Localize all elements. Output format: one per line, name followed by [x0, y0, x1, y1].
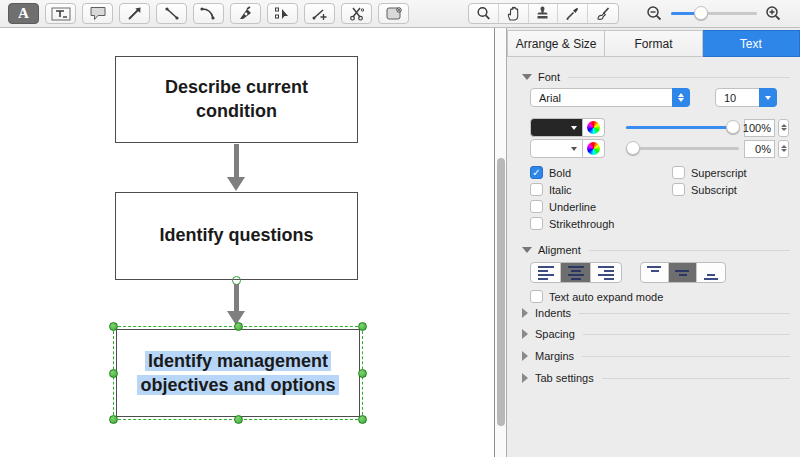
- resize-handle-bottom-right[interactable]: [358, 415, 367, 424]
- text-opacity-field[interactable]: 100%: [744, 119, 775, 137]
- flowchart-box-1[interactable]: Describe current condition: [115, 56, 358, 143]
- scrollbar-thumb[interactable]: [497, 158, 505, 426]
- add-point-tool-button[interactable]: [304, 3, 335, 24]
- arrow-icon: [127, 6, 143, 21]
- text-color-well[interactable]: [530, 118, 583, 137]
- edit-points-tool-button[interactable]: [267, 3, 298, 24]
- align-center-button[interactable]: [561, 263, 591, 282]
- box3-text-line2-highlighted: objectives and options: [137, 375, 338, 395]
- text-opacity-stepper[interactable]: [778, 119, 789, 137]
- magnifier-tool-button[interactable]: [469, 4, 499, 23]
- background-opacity-slider[interactable]: [626, 139, 739, 158]
- disclosure-triangle-closed-icon[interactable]: [522, 351, 528, 361]
- text-box-tool-button[interactable]: [45, 3, 76, 24]
- popup-chevrons-icon: [672, 88, 690, 107]
- tab-text[interactable]: Text: [703, 30, 800, 57]
- align-left-button[interactable]: [531, 263, 561, 282]
- strikethrough-checkbox[interactable]: [530, 217, 543, 230]
- tab-format[interactable]: Format: [605, 30, 702, 57]
- flowchart-box-2[interactable]: Identify questions: [115, 192, 358, 280]
- underline-label: Underline: [549, 201, 596, 213]
- bold-checkbox[interactable]: [530, 166, 543, 179]
- resize-handle-middle-left[interactable]: [109, 369, 118, 378]
- disclosure-triangle-open-icon[interactable]: [522, 247, 532, 253]
- resize-handle-top-left[interactable]: [109, 322, 118, 331]
- cut-tool-button[interactable]: [341, 3, 372, 24]
- italic-checkbox[interactable]: [530, 183, 543, 196]
- resize-handle-middle-right[interactable]: [358, 369, 367, 378]
- spacing-section-header[interactable]: Spacing: [522, 328, 790, 340]
- font-section-title: Font: [538, 71, 560, 83]
- alignment-section-header[interactable]: Aligment: [522, 244, 790, 256]
- resize-handle-top-center[interactable]: [234, 322, 243, 331]
- style-brush-tool-button[interactable]: [588, 4, 618, 23]
- background-opacity-knob[interactable]: [626, 141, 640, 155]
- pan-hand-icon: [506, 6, 521, 21]
- pen-icon: [237, 6, 254, 21]
- disclosure-triangle-closed-icon[interactable]: [522, 329, 528, 339]
- font-family-value: Arial: [539, 92, 561, 104]
- superscript-checkbox[interactable]: [672, 166, 685, 179]
- connector-1-line[interactable]: [234, 144, 239, 177]
- subscript-checkbox[interactable]: [672, 183, 685, 196]
- pan-tool-button[interactable]: [499, 4, 529, 23]
- align-bottom-button[interactable]: [697, 263, 725, 282]
- zoom-in-icon[interactable]: [765, 5, 782, 22]
- scissors-icon: [349, 6, 365, 21]
- font-size-value: 10: [724, 92, 736, 104]
- superscript-label: Superscript: [691, 167, 747, 179]
- chevron-down-icon: [759, 88, 777, 107]
- section-divider: [582, 356, 790, 357]
- stamp-tool-button[interactable]: [529, 4, 559, 23]
- font-family-dropdown[interactable]: Arial: [530, 88, 690, 107]
- background-color-well[interactable]: [530, 139, 583, 158]
- background-opacity-field[interactable]: 0%: [744, 140, 775, 158]
- arrow-tool-button[interactable]: [119, 3, 150, 24]
- resize-handle-bottom-left[interactable]: [109, 415, 118, 424]
- color-wheel-icon: [587, 142, 600, 155]
- margins-section-header[interactable]: Margins: [522, 350, 790, 362]
- text-color-picker-button[interactable]: [583, 118, 605, 137]
- text-tool-button[interactable]: A: [8, 3, 39, 24]
- align-right-button[interactable]: [591, 263, 621, 282]
- curve-tool-button[interactable]: [193, 3, 224, 24]
- align-top-button[interactable]: [641, 263, 669, 282]
- font-section-header[interactable]: Font: [522, 71, 790, 83]
- edit-points-icon: [274, 6, 291, 21]
- resize-handle-bottom-center[interactable]: [234, 415, 243, 424]
- disclosure-triangle-closed-icon[interactable]: [522, 373, 528, 383]
- font-size-dropdown[interactable]: 10: [715, 88, 777, 107]
- box3-text-line1-highlighted: Identify management: [145, 351, 331, 371]
- section-divider: [602, 378, 790, 379]
- resize-handle-top-right[interactable]: [358, 322, 367, 331]
- line-tool-button[interactable]: [156, 3, 187, 24]
- connector-2-line[interactable]: [234, 284, 239, 311]
- underline-checkbox[interactable]: [530, 200, 543, 213]
- disclosure-triangle-closed-icon[interactable]: [522, 308, 528, 318]
- bold-label: Bold: [549, 167, 571, 179]
- disclosure-triangle-open-icon[interactable]: [522, 74, 532, 80]
- background-color-picker-button[interactable]: [583, 139, 605, 158]
- text-opacity-knob[interactable]: [726, 120, 740, 134]
- tab-settings-section-title: Tab settings: [535, 372, 594, 384]
- drawing-canvas[interactable]: Describe current condition Identify ques…: [0, 28, 494, 457]
- flowchart-box-3[interactable]: Identify management objectives and optio…: [116, 329, 360, 417]
- align-middle-button[interactable]: [669, 263, 697, 282]
- flowchart-box-3-selected[interactable]: Identify management objectives and optio…: [113, 326, 363, 420]
- strikethrough-label: Strikethrough: [549, 218, 614, 230]
- align-right-icon: [598, 266, 614, 280]
- eyedropper-tool-button[interactable]: [558, 4, 588, 23]
- zoom-slider[interactable]: [671, 3, 757, 24]
- comment-tool-button[interactable]: [82, 3, 113, 24]
- tab-settings-section-header[interactable]: Tab settings: [522, 372, 790, 384]
- tab-arrange-and-size[interactable]: Arrange & Size: [507, 30, 605, 57]
- zoom-slider-knob[interactable]: [694, 6, 708, 20]
- indents-section-header[interactable]: Indents: [522, 307, 790, 319]
- pen-tool-button[interactable]: [230, 3, 261, 24]
- zoom-out-icon[interactable]: [646, 5, 663, 22]
- text-auto-expand-checkbox[interactable]: [530, 290, 543, 303]
- background-opacity-stepper[interactable]: [778, 140, 789, 158]
- combine-shape-tool-button[interactable]: [378, 3, 409, 24]
- text-color-row: 100%: [530, 118, 789, 137]
- text-opacity-slider[interactable]: [626, 118, 739, 137]
